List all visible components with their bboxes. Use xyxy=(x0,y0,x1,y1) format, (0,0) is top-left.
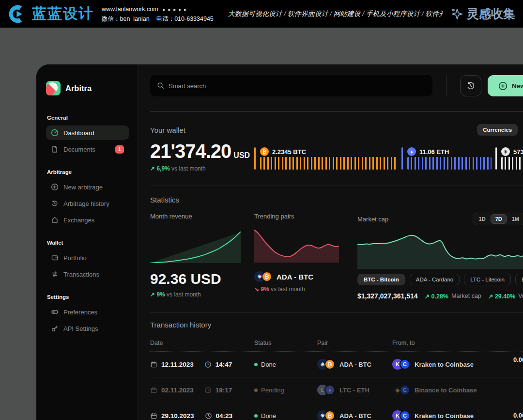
range-1m[interactable]: 1M xyxy=(507,214,523,224)
sidebar-item-preferences[interactable]: Preferences xyxy=(46,305,129,319)
banner-brand[interactable]: 蓝蓝设计 xyxy=(8,4,94,24)
sidebar-section-settings: Settings xyxy=(47,294,129,300)
sidebar-item-label: Exchanges xyxy=(63,217,94,224)
history-button[interactable] xyxy=(460,75,481,96)
banner-arrows: ►►►►► xyxy=(162,7,189,12)
balance-block: 21'374.20USD ↗ 6,9% vs last month xyxy=(150,140,254,172)
tx-time: 19:17 xyxy=(215,387,232,394)
header-status: Status xyxy=(254,340,317,346)
wallet-icon xyxy=(51,254,59,262)
table-header: Date Status Pair From, to xyxy=(150,340,523,352)
eth-icon: ♦ xyxy=(324,385,335,395)
month-revenue-change: ↗ 9% vs last month xyxy=(150,291,241,298)
pair-icons: ✳ ₿ xyxy=(317,410,335,420)
cap-change: ↗ 0.28% xyxy=(425,293,448,300)
change-note: vs last month xyxy=(171,165,206,172)
pair-icons: ✳ ₿ xyxy=(254,271,272,282)
sidebar-item-arbitrage-history[interactable]: Arbitrage history xyxy=(46,196,129,211)
sidebar-item-dashboard[interactable]: Dashboard xyxy=(46,125,129,140)
volume-label: Volume (24h) xyxy=(518,293,523,299)
sidebar-item-label: Documents xyxy=(63,146,95,153)
tx-pair: ADA - BTC xyxy=(339,412,371,420)
month-revenue-label: Month revenue xyxy=(150,213,241,220)
wallet-section: Your wallet Currencies Exchanges 21'374.… xyxy=(150,111,523,172)
sidebar-item-label: Preferences xyxy=(63,309,97,316)
sidebar-item-exchanges[interactable]: Exchanges xyxy=(46,213,129,227)
header-pair: Pair xyxy=(317,340,392,346)
balance-row: 21'374.20USD ↗ 6,9% vs last month ₿ xyxy=(150,140,523,172)
main-content: New arbitrage Your wallet Currencies Exc… xyxy=(138,64,523,420)
spark-star-icon xyxy=(450,7,464,21)
transfer-arrows-icon xyxy=(51,270,59,278)
table-row[interactable]: 02.11.2023 19:17 Pending Ł ♦ xyxy=(150,377,523,403)
coinbase-icon: C xyxy=(400,385,410,395)
banner-contact: www.lanlanwork.com►►►►► 微信：ben_lanlan电话：… xyxy=(102,4,220,24)
topbar-divider xyxy=(446,76,446,96)
statistics-section: Statistics Month revenue 92.36 USD ↗ 9% … xyxy=(150,186,523,300)
pill-ada[interactable]: ADA - Cardano xyxy=(410,274,460,285)
range-1d[interactable]: 1D xyxy=(474,214,491,224)
tab-currencies[interactable]: Currencies xyxy=(477,124,518,136)
sidebar-item-portfolio[interactable]: Portfolio xyxy=(46,250,129,265)
trending-pair-label: ADA - BTC xyxy=(277,273,313,281)
month-revenue-chart xyxy=(150,232,241,263)
month-revenue-value: 92.36 USD xyxy=(150,271,241,287)
range-7d[interactable]: 7D xyxy=(491,214,507,224)
search-input[interactable] xyxy=(150,75,432,96)
topbar: New arbitrage xyxy=(150,64,523,96)
pill-ltc[interactable]: LTC - Litecoin xyxy=(464,274,511,285)
header-date: Date xyxy=(150,340,254,346)
tx-time: 04:23 xyxy=(216,412,233,420)
market-cap-value: $1,327,027,361,514 xyxy=(357,292,418,300)
clock-icon xyxy=(205,412,212,420)
sidebar-item-api-settings[interactable]: API Settings xyxy=(46,321,129,336)
table-row[interactable]: 12.11.2023 14:47 Done ✳ ₿ xyxy=(150,352,523,377)
sidebar-section-general: General xyxy=(47,115,129,121)
transactions-section: Transaction history Date Status Pair Fro… xyxy=(150,312,523,420)
banner-website[interactable]: www.lanlanwork.com xyxy=(102,6,158,13)
tx-status: Done xyxy=(261,361,276,368)
app-name: Arbitra xyxy=(65,84,92,93)
coinbase-icon: C xyxy=(400,410,410,420)
banner-wechat: 微信：ben_lanlan xyxy=(102,16,150,22)
banner-phone: 电话：010-63334945 xyxy=(156,16,214,22)
range-switcher: 1D 7D 1M xyxy=(473,213,523,225)
status-dot-pending xyxy=(254,389,258,392)
route-icons: K C xyxy=(392,359,410,370)
pair-icons: Ł ♦ xyxy=(317,385,335,395)
tx-route: Kraken to Coinbase xyxy=(415,361,474,368)
banner-collect-link[interactable]: 灵感收集 xyxy=(450,6,515,22)
site-banner: 蓝蓝设计 www.lanlanwork.com►►►►► 微信：ben_lanl… xyxy=(0,0,523,28)
eth-lead-tick xyxy=(401,147,403,170)
pill-btc[interactable]: BTC - Bitcoin xyxy=(357,274,405,285)
page-background: Arbitra General Dashboard Documents 1 Ar… xyxy=(0,28,523,420)
btc-icon: ₿ xyxy=(324,410,335,420)
trending-pairs-chart xyxy=(254,229,339,263)
sidebar-item-new-arbitrage[interactable]: New arbitrage xyxy=(46,180,129,194)
pill-eth[interactable]: ETH - Ethereum xyxy=(515,274,523,285)
transactions-title: Transaction history xyxy=(150,321,523,329)
sidebar-section-wallet: Wallet xyxy=(47,240,129,246)
statistics-title: Statistics xyxy=(150,196,523,204)
gauge-icon xyxy=(51,129,59,137)
sidebar-item-transactions[interactable]: Transactions xyxy=(46,267,129,281)
clock-icon xyxy=(204,387,212,394)
sidebar-item-documents[interactable]: Documents 1 xyxy=(46,142,129,156)
btc-lead-tick xyxy=(254,147,256,170)
table-row[interactable]: 29.10.2023 04:23 Done ✳ ₿ xyxy=(150,403,523,420)
tx-amounts: 0.002 1 xyxy=(513,355,523,374)
market-cap-label: Market cap xyxy=(357,216,388,223)
home-icon xyxy=(51,216,59,224)
clock-icon xyxy=(204,361,212,368)
sidebar-item-label: Portfolio xyxy=(63,254,87,262)
ada-lead-tick xyxy=(495,147,497,170)
transactions-table: Date Status Pair From, to 12.11.2023 14:… xyxy=(150,340,523,420)
holdings-bars: ₿ 2.2345 BTC ♦ 11.06 ETH xyxy=(254,140,523,172)
new-arbitrage-button[interactable]: New arbitrage xyxy=(488,75,523,96)
sidebar-item-label: Dashboard xyxy=(63,129,94,137)
banner-collect-label: 灵感收集 xyxy=(467,6,515,22)
lanlan-logo-icon xyxy=(8,4,28,24)
route-icons: ◆ C xyxy=(392,385,410,395)
tx-date: 12.11.2023 xyxy=(161,361,194,368)
sidebar-item-label: API Settings xyxy=(63,325,98,332)
